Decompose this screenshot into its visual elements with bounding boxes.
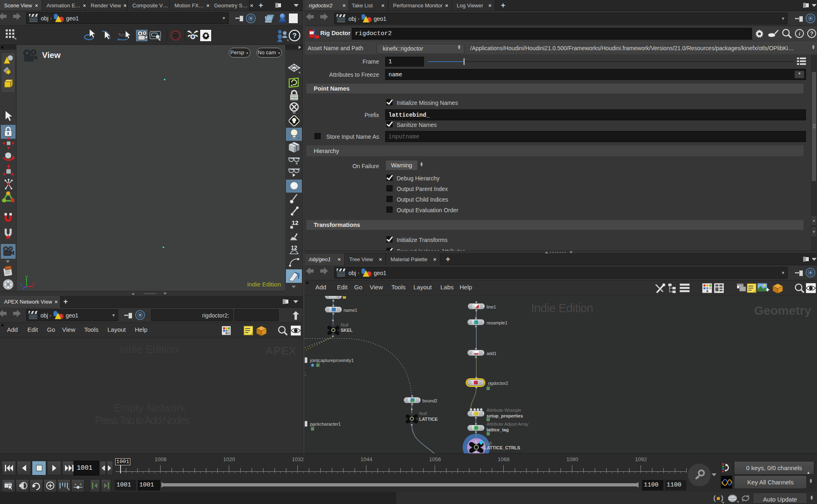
svg-text:?: ? (292, 32, 297, 40)
svg-text:z: z (20, 282, 23, 288)
svg-text:i: i (799, 31, 800, 37)
svg-text:12: 12 (292, 219, 299, 226)
svg-text:x: x (32, 281, 35, 286)
svg-text:12: 12 (291, 244, 297, 251)
svg-text:y: y (25, 274, 28, 280)
svg-text:?: ? (810, 30, 814, 37)
